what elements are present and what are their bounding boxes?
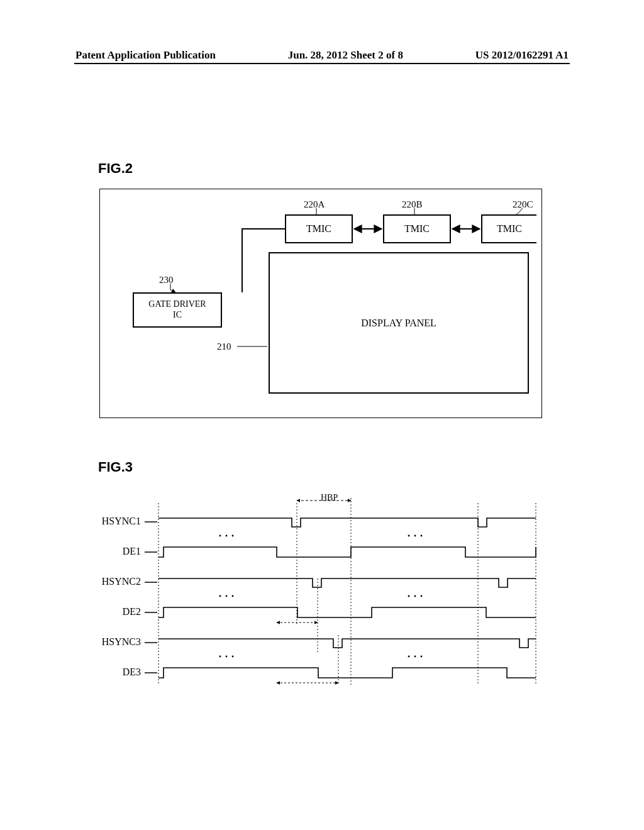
- svg-point-19: [226, 535, 228, 537]
- svg-point-18: [219, 535, 221, 537]
- svg-point-23: [421, 535, 423, 537]
- svg-point-32: [232, 656, 234, 658]
- svg-point-30: [219, 656, 221, 658]
- svg-point-24: [219, 595, 221, 597]
- header-mid: Jun. 28, 2012 Sheet 2 of 8: [288, 49, 403, 62]
- figure-3-timing-svg: [101, 490, 541, 717]
- svg-point-26: [232, 595, 234, 597]
- figure-2-label: FIG.2: [98, 160, 133, 177]
- svg-point-22: [414, 535, 416, 537]
- svg-point-21: [408, 535, 410, 537]
- svg-point-29: [421, 595, 423, 597]
- header-rule: [74, 63, 570, 64]
- svg-point-25: [226, 595, 228, 597]
- page-header: Patent Application Publication Jun. 28, …: [75, 49, 569, 62]
- header-left: Patent Application Publication: [75, 49, 216, 62]
- svg-point-28: [414, 595, 416, 597]
- svg-point-27: [408, 595, 410, 597]
- svg-point-31: [226, 656, 228, 658]
- header-right: US 2012/0162291 A1: [475, 49, 569, 62]
- figure-2: 220A 220B 220C 230 210 TMIC TMIC TMIC DI…: [99, 189, 542, 418]
- svg-point-34: [414, 656, 416, 658]
- figure-3-label: FIG.3: [98, 459, 133, 475]
- figure-3: HSYNC1 DE1 HSYNC2 DE2 HSYNC3 DE3 HBP: [101, 490, 541, 717]
- svg-point-33: [408, 656, 410, 658]
- figure-2-wires: [100, 189, 541, 418]
- svg-point-35: [421, 656, 423, 658]
- svg-point-20: [232, 535, 234, 537]
